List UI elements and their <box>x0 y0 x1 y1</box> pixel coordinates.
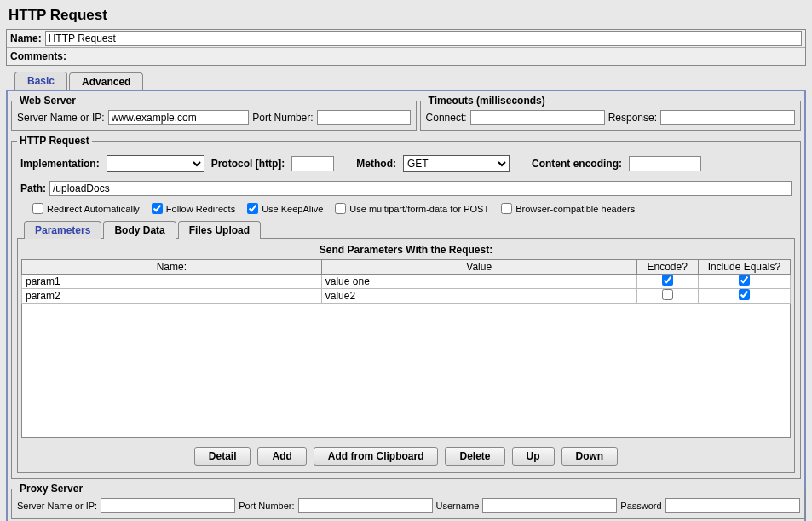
cell-encode[interactable] <box>636 289 698 304</box>
redirect-auto-box[interactable] <box>32 203 43 214</box>
proxy-server-group: Proxy Server Server Name or IP: Port Num… <box>11 483 806 519</box>
redirect-auto-label: Redirect Automatically <box>47 204 140 214</box>
proxy-port-label: Port Number: <box>239 501 294 511</box>
proxy-password-field[interactable] <box>665 498 800 513</box>
cell-name[interactable]: param1 <box>22 275 322 289</box>
proxy-server-label: Server Name or IP: <box>17 501 97 511</box>
encoding-field[interactable] <box>629 156 701 171</box>
add-from-clipboard-button[interactable]: Add from Clipboard <box>314 447 439 466</box>
server-name-label: Server Name or IP: <box>17 112 105 124</box>
browser-compat-label: Browser-compatible headers <box>515 204 635 214</box>
protocol-label: Protocol [http]: <box>211 158 285 170</box>
proxy-username-label: Username <box>436 501 480 511</box>
method-select[interactable]: GET <box>403 155 510 172</box>
follow-redirects-box[interactable] <box>152 203 163 214</box>
name-comments-box: Name: Comments: <box>6 29 806 66</box>
main-tab-strip: Basic Advanced <box>6 71 806 90</box>
http-request-group: HTTP Request Implementation: Protocol [h… <box>11 135 801 479</box>
tab-body-data[interactable]: Body Data <box>103 221 176 239</box>
col-value[interactable]: Value <box>321 260 636 275</box>
path-label: Path: <box>20 182 46 194</box>
http-request-legend: HTTP Request <box>17 135 92 147</box>
tab-files-upload[interactable]: Files Upload <box>178 221 261 239</box>
include-equals-check[interactable] <box>739 275 750 286</box>
follow-redirects-check[interactable]: Follow Redirects <box>152 203 235 214</box>
down-button[interactable]: Down <box>561 447 619 466</box>
multipart-check[interactable]: Use multipart/form-data for POST <box>335 203 489 214</box>
connect-field[interactable] <box>470 110 605 125</box>
proxy-username-field[interactable] <box>482 498 617 513</box>
tab-basic[interactable]: Basic <box>14 72 67 90</box>
parameters-panel: Send Parameters With the Request: Name: … <box>17 238 795 473</box>
connect-label: Connect: <box>426 112 467 124</box>
encode-check[interactable] <box>662 275 673 286</box>
encode-check[interactable] <box>662 289 673 300</box>
implementation-select[interactable] <box>107 155 204 172</box>
browser-compat-check[interactable]: Browser-compatible headers <box>501 203 635 214</box>
encoding-label: Content encoding: <box>532 158 622 170</box>
keepalive-label: Use KeepAlive <box>262 204 323 214</box>
parameters-table[interactable]: Name: Value Encode? Include Equals? para… <box>21 259 791 304</box>
detail-button[interactable]: Detail <box>194 447 251 466</box>
parameters-title: Send Parameters With the Request: <box>21 244 791 256</box>
port-label: Port Number: <box>252 112 313 124</box>
cell-include-equals[interactable] <box>698 275 790 289</box>
proxy-server-field[interactable] <box>101 498 235 513</box>
col-name[interactable]: Name: <box>22 260 322 275</box>
follow-redirects-label: Follow Redirects <box>166 204 235 214</box>
implementation-label: Implementation: <box>20 158 100 170</box>
multipart-label: Use multipart/form-data for POST <box>349 204 489 214</box>
cell-encode[interactable] <box>636 275 698 289</box>
table-row[interactable]: param1 value one <box>22 275 791 289</box>
cell-value[interactable]: value2 <box>321 289 636 304</box>
web-server-legend: Web Server <box>17 95 78 107</box>
tab-advanced[interactable]: Advanced <box>69 72 143 90</box>
response-field[interactable] <box>660 110 795 125</box>
comments-label: Comments: <box>10 50 66 62</box>
up-button[interactable]: Up <box>512 447 555 466</box>
keepalive-check[interactable]: Use KeepAlive <box>247 203 323 214</box>
table-row[interactable]: param2 value2 <box>22 289 791 304</box>
proxy-port-field[interactable] <box>298 498 433 513</box>
cell-name[interactable]: param2 <box>22 289 322 304</box>
server-port-field[interactable] <box>317 110 411 125</box>
col-include-equals[interactable]: Include Equals? <box>698 260 790 275</box>
parameters-buttons: Detail Add Add from Clipboard Delete Up … <box>21 438 791 469</box>
table-empty-area[interactable] <box>21 304 791 438</box>
browser-compat-box[interactable] <box>501 203 512 214</box>
method-label: Method: <box>356 158 396 170</box>
proxy-password-label: Password <box>620 501 661 511</box>
add-button[interactable]: Add <box>257 447 306 466</box>
keepalive-box[interactable] <box>247 203 258 214</box>
redirect-auto-check[interactable]: Redirect Automatically <box>32 203 140 214</box>
server-name-field[interactable] <box>108 110 250 125</box>
page-title: HTTP Request <box>9 7 809 24</box>
response-label: Response: <box>608 112 657 124</box>
col-encode[interactable]: Encode? <box>636 260 698 275</box>
protocol-field[interactable] <box>291 156 334 171</box>
proxy-legend: Proxy Server <box>17 483 85 495</box>
path-field[interactable] <box>49 181 792 196</box>
include-equals-check[interactable] <box>739 289 750 300</box>
timeouts-legend: Timeouts (milliseconds) <box>426 95 548 107</box>
multipart-box[interactable] <box>335 203 346 214</box>
inner-tab-strip: Parameters Body Data Files Upload <box>17 221 795 239</box>
cell-value[interactable]: value one <box>321 275 636 289</box>
comments-field[interactable] <box>70 49 802 64</box>
web-server-group: Web Server Server Name or IP: Port Numbe… <box>11 95 417 131</box>
name-label: Name: <box>10 32 42 44</box>
timeouts-group: Timeouts (milliseconds) Connect: Respons… <box>420 95 801 131</box>
basic-panel: Web Server Server Name or IP: Port Numbe… <box>6 90 806 521</box>
cell-include-equals[interactable] <box>698 289 790 304</box>
name-field[interactable] <box>45 31 802 46</box>
delete-button[interactable]: Delete <box>445 447 504 466</box>
tab-parameters[interactable]: Parameters <box>24 221 101 239</box>
